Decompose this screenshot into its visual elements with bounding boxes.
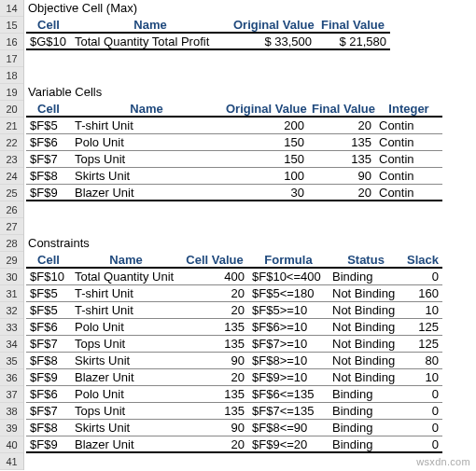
cell-ref: $F$8 [26, 168, 71, 185]
cell-orig: $ 33,500 [230, 34, 315, 50]
table-row[interactable]: $F$9Blazer Unit20$F$9>=10Not Binding10 [26, 369, 476, 386]
cell-formula: $F$6>=10 [248, 319, 329, 336]
table-row[interactable]: $F$8Skirts Unit90$F$8<=90Binding0 [26, 420, 476, 436]
table-header-row: Cell Name Original Value Final Value Int… [26, 101, 476, 118]
cell-final: 135 [308, 134, 375, 151]
row-header[interactable]: 40 [0, 436, 23, 453]
col-name: Name [71, 252, 181, 269]
row-header[interactable]: 33 [0, 319, 23, 336]
cell-slack: 80 [403, 353, 442, 369]
cell-ref: $F$5 [26, 302, 71, 319]
cell-ref: $F$8 [26, 420, 71, 436]
cell-status: Not Binding [329, 353, 403, 369]
cell-status: Not Binding [329, 369, 403, 386]
cells-area[interactable]: Objective Cell (Max) Cell Name Original … [24, 0, 476, 470]
row-header[interactable]: 31 [0, 285, 23, 302]
cell-orig: 100 [222, 168, 308, 185]
cell-ref: $F$9 [26, 185, 71, 201]
row-header[interactable]: 25 [0, 185, 23, 201]
table-row[interactable]: $F$9Blazer Unit3020Contin [26, 185, 476, 201]
row-header[interactable]: 18 [0, 67, 23, 84]
cell-status: Binding [329, 436, 403, 453]
row-header[interactable]: 39 [0, 420, 23, 436]
cell-formula: $F$10<=400 [248, 269, 329, 285]
row-header[interactable]: 34 [0, 336, 23, 353]
cell-final: $ 21,580 [315, 34, 390, 50]
row-header[interactable]: 21 [0, 118, 23, 134]
cell-val: 20 [181, 369, 248, 386]
row-header[interactable]: 30 [0, 269, 23, 285]
row-header[interactable]: 37 [0, 386, 23, 403]
cell-final: 20 [308, 185, 375, 201]
cell-val: 400 [181, 269, 248, 285]
cell-ref: $G$10 [26, 34, 71, 50]
cell-name: T-shirt Unit [71, 118, 222, 134]
row-header[interactable]: 16 [0, 34, 23, 50]
col-final: Final Value [308, 101, 375, 118]
cell-name: Polo Unit [71, 319, 181, 336]
row-header[interactable]: 32 [0, 302, 23, 319]
row-header[interactable]: 35 [0, 353, 23, 369]
section-title-constraints: Constraints [26, 235, 476, 252]
row-header[interactable]: 20 [0, 101, 23, 118]
table-row[interactable]: $F$8Skirts Unit10090Contin [26, 168, 476, 185]
table-row[interactable]: $F$7Tops Unit150135Contin [26, 151, 476, 168]
row-header[interactable]: 27 [0, 218, 23, 235]
cell-orig: 150 [222, 151, 308, 168]
row-header[interactable]: 29 [0, 252, 23, 269]
row-header[interactable]: 17 [0, 50, 23, 67]
table-row[interactable]: $F$8Skirts Unit90$F$8>=10Not Binding80 [26, 353, 476, 369]
cell-formula: $F$8>=10 [248, 353, 329, 369]
table-row[interactable]: $F$7Tops Unit135$F$7<=135Binding0 [26, 403, 476, 420]
row-header[interactable]: 36 [0, 369, 23, 386]
row-header[interactable]: 19 [0, 84, 23, 101]
table-row[interactable]: $F$6Polo Unit135$F$6<=135Binding0 [26, 386, 476, 403]
cell-name: Blazer Unit [71, 369, 181, 386]
cell-name: Tops Unit [71, 403, 181, 420]
table-row[interactable]: $F$10Total Quantity Unit400$F$10<=400Bin… [26, 269, 476, 285]
cell-final: 20 [308, 118, 375, 134]
cell-ref: $F$9 [26, 369, 71, 386]
table-row[interactable]: $F$5T-shirt Unit20$F$5<=180Not Binding16… [26, 285, 476, 302]
col-formula: Formula [248, 252, 329, 269]
cell-ref: $F$6 [26, 134, 71, 151]
row-header[interactable]: 24 [0, 168, 23, 185]
cell-name: T-shirt Unit [71, 302, 181, 319]
table-row[interactable]: $F$6Polo Unit135$F$6>=10Not Binding125 [26, 319, 476, 336]
cell-final: 90 [308, 168, 375, 185]
row-header[interactable]: 38 [0, 403, 23, 420]
cell-ref: $F$8 [26, 353, 71, 369]
cell-ref: $F$6 [26, 386, 71, 403]
row-header[interactable]: 26 [0, 201, 23, 218]
cell-status: Binding [329, 420, 403, 436]
cell-ref: $F$7 [26, 403, 71, 420]
table-row[interactable]: $F$7Tops Unit135$F$7>=10Not Binding125 [26, 336, 476, 353]
table-row[interactable]: $F$5T-shirt Unit20020Contin [26, 118, 476, 134]
cell-ref: $F$9 [26, 436, 71, 453]
table-row[interactable]: $F$5T-shirt Unit20$F$5>=10Not Binding10 [26, 302, 476, 319]
constraints-table: Cell Name Cell Value Formula Status Slac… [26, 252, 476, 453]
col-val: Cell Value [181, 252, 248, 269]
cell-name: Tops Unit [71, 151, 222, 168]
cell-status: Binding [329, 403, 403, 420]
col-name: Name [71, 101, 222, 118]
row-headers: 1415161718192021222324252627282930313233… [0, 0, 24, 470]
cell-val: 20 [181, 285, 248, 302]
row-header[interactable]: 23 [0, 151, 23, 168]
table-row[interactable]: $F$6Polo Unit150135Contin [26, 134, 476, 151]
col-cell: Cell [26, 252, 71, 269]
row-header[interactable]: 28 [0, 235, 23, 252]
table-row[interactable]: $F$9Blazer Unit20$F$9<=20Binding0 [26, 436, 476, 453]
row-header[interactable]: 14 [0, 0, 23, 17]
cell-name: Polo Unit [71, 134, 222, 151]
cell-formula: $F$8<=90 [248, 420, 329, 436]
row-header[interactable]: 22 [0, 134, 23, 151]
col-cell: Cell [26, 17, 71, 34]
cell-slack: 0 [403, 420, 442, 436]
row-header[interactable]: 15 [0, 17, 23, 34]
row-header[interactable]: 41 [0, 453, 23, 470]
cell-name: Total Quantity Total Profit [71, 34, 230, 50]
cell-ref: $F$5 [26, 118, 71, 134]
table-row[interactable]: $G$10 Total Quantity Total Profit $ 33,5… [26, 34, 476, 50]
cell-slack: 160 [403, 285, 442, 302]
